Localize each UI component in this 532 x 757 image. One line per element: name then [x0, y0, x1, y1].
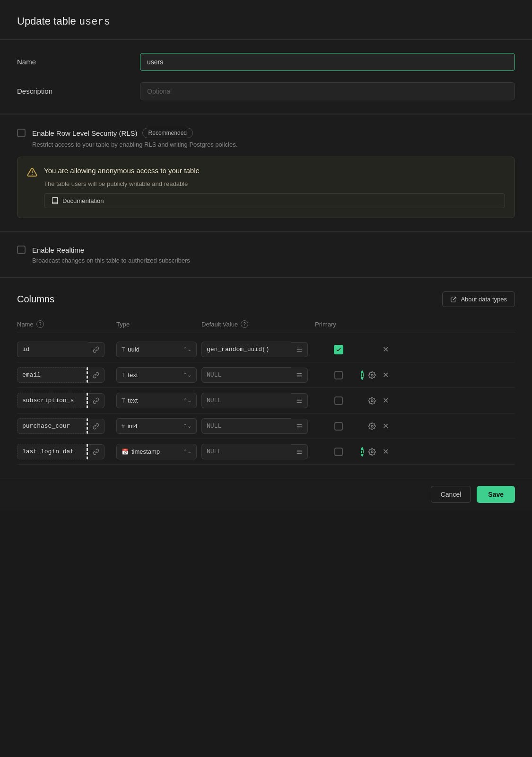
rls-label: Enable Row Level Security (RLS) Recommen…	[32, 128, 193, 138]
purchase-default-input[interactable]	[201, 418, 291, 434]
purchase-type-select[interactable]: # int4 ⌃⌄	[116, 418, 197, 434]
columns-table-header: Name ? Type Default Value ? Primary	[17, 317, 515, 333]
description-input[interactable]	[140, 82, 515, 100]
lastlogin-default-wrapper	[201, 444, 315, 459]
id-default-menu-button[interactable]	[291, 342, 308, 357]
email-type-select[interactable]: T text ⌃⌄	[116, 367, 197, 383]
link-icon	[93, 423, 99, 430]
email-default-wrapper	[201, 367, 315, 383]
link-icon	[93, 397, 99, 404]
menu-icon	[296, 372, 303, 378]
svg-point-21	[371, 451, 373, 453]
lastlogin-name-wrapper	[17, 444, 112, 459]
purchase-name-input[interactable]	[17, 418, 88, 434]
subscription-link-button[interactable]	[88, 393, 105, 408]
email-name-input[interactable]	[17, 367, 88, 383]
id-link-button[interactable]	[88, 342, 105, 357]
svg-point-17	[371, 425, 373, 427]
cancel-button[interactable]: Cancel	[431, 486, 471, 503]
about-data-types-button[interactable]: About data types	[442, 291, 515, 307]
lastlogin-primary-checkbox[interactable]	[334, 448, 343, 456]
purchase-primary-wrapper	[315, 422, 362, 431]
lastlogin-default-menu-button[interactable]	[291, 444, 308, 459]
email-primary-checkbox[interactable]	[334, 371, 343, 379]
lastlogin-delete-button[interactable]: ✕	[381, 445, 391, 458]
id-primary-wrapper	[315, 345, 362, 354]
realtime-checkbox[interactable]	[17, 246, 26, 254]
lastlogin-name-input[interactable]	[17, 444, 88, 459]
default-help-icon[interactable]: ?	[241, 320, 248, 328]
book-icon	[51, 197, 59, 204]
email-delete-button[interactable]: ✕	[381, 369, 391, 381]
purchase-delete-button[interactable]: ✕	[381, 420, 391, 432]
id-primary-checkbox[interactable]	[334, 345, 343, 354]
svg-line-2	[453, 297, 456, 299]
lastlogin-primary-wrapper	[315, 448, 362, 456]
name-help-icon[interactable]: ?	[36, 320, 44, 328]
description-row: Description	[17, 82, 515, 100]
basic-info-section: Name Description	[0, 40, 532, 114]
link-icon	[93, 372, 99, 378]
lastlogin-link-button[interactable]	[88, 444, 105, 459]
email-settings-button[interactable]	[366, 370, 378, 381]
purchase-default-wrapper	[201, 418, 315, 434]
columns-title: Columns	[17, 294, 54, 305]
realtime-description: Broadcast changes on this table to autho…	[32, 257, 515, 264]
gear-icon	[368, 423, 376, 430]
subscription-settings-button[interactable]	[366, 395, 378, 406]
id-type-wrapper: T uuid ⌃⌄	[116, 342, 197, 357]
purchase-primary-checkbox[interactable]	[334, 422, 343, 431]
purchase-link-button[interactable]	[88, 419, 105, 434]
id-type-select[interactable]: T uuid ⌃⌄	[116, 342, 197, 357]
id-name-input[interactable]	[17, 342, 88, 357]
rls-description: Restrict access to your table by enablin…	[32, 141, 515, 148]
menu-icon	[296, 346, 303, 353]
subscription-default-input[interactable]	[201, 393, 291, 408]
rls-row: Enable Row Level Security (RLS) Recommen…	[17, 128, 515, 138]
email-link-button[interactable]	[88, 368, 105, 383]
id-default-input[interactable]	[201, 342, 291, 357]
purchase-default-menu-button[interactable]	[291, 419, 308, 434]
svg-point-13	[371, 400, 373, 402]
link-icon	[93, 449, 99, 455]
subscription-name-input[interactable]	[17, 393, 88, 408]
rls-checkbox[interactable]	[17, 129, 26, 137]
col-header-name: Name ?	[17, 320, 112, 328]
realtime-section: Enable Realtime Broadcast changes on thi…	[0, 232, 532, 278]
subscription-type-wrapper: T text ⌃⌄	[116, 393, 197, 408]
external-link-icon	[450, 296, 457, 303]
checkmark-icon	[336, 347, 341, 352]
table-row: # int4 ⌃⌄	[17, 414, 515, 439]
lastlogin-actions: 1 ✕	[362, 445, 391, 458]
save-button[interactable]: Save	[477, 486, 515, 503]
documentation-button[interactable]: Documentation	[44, 193, 505, 208]
menu-icon	[296, 449, 303, 455]
id-default-wrapper	[201, 342, 315, 357]
lastlogin-default-input[interactable]	[201, 444, 291, 459]
email-default-input[interactable]	[201, 367, 291, 383]
lastlogin-settings-button[interactable]	[366, 446, 378, 458]
table-row: T text ⌃⌄	[17, 388, 515, 414]
table-row: T text ⌃⌄ 1	[17, 362, 515, 388]
email-name-wrapper	[17, 367, 112, 383]
gear-icon	[368, 448, 376, 456]
name-input[interactable]	[140, 53, 515, 71]
warning-icon	[27, 167, 37, 177]
link-icon	[93, 346, 99, 353]
col-header-type: Type	[116, 320, 197, 328]
footer: Cancel Save	[0, 478, 532, 511]
lastlogin-type-select[interactable]: 📅 timestamp ⌃⌄	[116, 444, 197, 459]
id-delete-button[interactable]: ✕	[381, 343, 391, 356]
realtime-label: Enable Realtime	[32, 246, 84, 254]
email-default-menu-button[interactable]	[291, 368, 308, 383]
subscription-name-wrapper	[17, 393, 112, 408]
subscription-primary-checkbox[interactable]	[334, 396, 343, 405]
id-actions: ✕	[362, 343, 391, 356]
purchase-actions: ✕	[362, 420, 391, 432]
subscription-type-select[interactable]: T text ⌃⌄	[116, 393, 197, 408]
subscription-delete-button[interactable]: ✕	[381, 394, 391, 407]
purchase-settings-button[interactable]	[366, 421, 378, 432]
name-row: Name	[17, 53, 515, 71]
svg-point-9	[371, 374, 373, 376]
subscription-default-menu-button[interactable]	[291, 393, 308, 408]
